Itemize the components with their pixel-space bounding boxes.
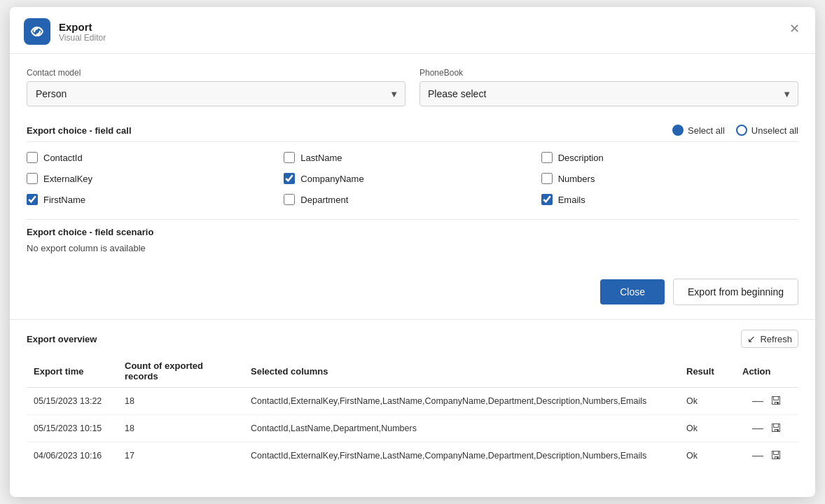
- phonebook-label: PhoneBook: [420, 68, 798, 78]
- select-all-icon: [672, 125, 684, 136]
- contact-model-select[interactable]: Person Organization Other: [27, 81, 405, 106]
- checkbox-contactid[interactable]: ContactId: [27, 152, 284, 163]
- cell-export-time-3: 04/06/2023 10:16: [27, 442, 118, 470]
- refresh-button[interactable]: ↙ Refresh: [741, 330, 798, 348]
- phonebook-select[interactable]: [420, 81, 798, 106]
- modal-title: Export: [59, 21, 106, 33]
- cell-export-time-1: 05/15/2023 13:22: [27, 388, 118, 415]
- contact-model-select-wrapper: Person Organization Other ▼: [27, 81, 405, 106]
- cell-count-3: 17: [118, 442, 244, 470]
- checkbox-lastname-input[interactable]: [284, 152, 295, 163]
- modal-subtitle: Visual Editor: [59, 33, 106, 43]
- checkbox-firstname-input[interactable]: [27, 194, 38, 205]
- checkbox-numbers[interactable]: Numbers: [541, 173, 798, 184]
- checkbox-description-input[interactable]: [541, 152, 553, 163]
- dash-icon-1[interactable]: —: [752, 395, 763, 407]
- no-export-message: No export column is available: [27, 243, 798, 253]
- action-row: Close Export from beginning: [27, 267, 798, 319]
- cell-result-1: Ok: [679, 388, 735, 415]
- checkbox-numbers-label: Numbers: [558, 174, 595, 184]
- col-header-selected-columns: Selected columns: [244, 355, 679, 388]
- checkbox-department-input[interactable]: [284, 194, 295, 205]
- checkbox-lastname[interactable]: LastName: [284, 152, 541, 163]
- field-scenario-section: Export choice - field scenario No export…: [27, 219, 798, 253]
- checkbox-description[interactable]: Description: [541, 152, 798, 163]
- checkbox-companyname-label: CompanyName: [300, 174, 363, 184]
- checkbox-externalkey-label: ExternalKey: [43, 174, 92, 184]
- save-icon-1[interactable]: 🖫: [770, 395, 782, 407]
- phonebook-select-wrapper: ▼ Please select: [420, 81, 798, 106]
- table-body: 05/15/2023 13:22 18 ContactId,ExternalKe…: [27, 388, 798, 470]
- col-header-export-time: Export time: [27, 355, 118, 388]
- contact-model-label: Contact model: [27, 68, 405, 78]
- field-scenario-title: Export choice - field scenario: [27, 227, 798, 237]
- checkbox-description-label: Description: [558, 153, 604, 163]
- table-row: 05/15/2023 13:22 18 ContactId,ExternalKe…: [27, 388, 798, 415]
- checkboxes-grid: ContactId LastName Description ExternalK…: [27, 152, 798, 205]
- select-actions: Select all Unselect all: [672, 125, 798, 136]
- unselect-all-label: Unselect all: [751, 125, 798, 136]
- cell-result-2: Ok: [679, 415, 735, 442]
- col-header-count: Count of exported records: [118, 355, 244, 388]
- col-header-action: Action: [735, 355, 798, 388]
- modal-body: Contact model Person Organization Other …: [10, 54, 815, 319]
- col-header-result: Result: [679, 355, 735, 388]
- checkbox-contactid-input[interactable]: [27, 152, 38, 163]
- cell-action-3: — 🖫: [735, 442, 798, 470]
- checkbox-numbers-input[interactable]: [541, 173, 553, 184]
- cell-columns-1: ContactId,ExternalKey,FirstName,LastName…: [244, 388, 679, 415]
- checkbox-firstname[interactable]: FirstName: [27, 194, 284, 205]
- action-icons-2: — 🖫: [742, 422, 791, 435]
- unselect-all-button[interactable]: Unselect all: [736, 125, 798, 136]
- checkbox-companyname[interactable]: CompanyName: [284, 173, 541, 184]
- cell-result-3: Ok: [679, 442, 735, 470]
- checkbox-externalkey-input[interactable]: [27, 173, 38, 184]
- cell-count-2: 18: [118, 415, 244, 442]
- modal-header: Export Visual Editor ✕: [10, 7, 815, 54]
- dash-icon-3[interactable]: —: [752, 449, 763, 462]
- table-header: Export time Count of exported records Se…: [27, 355, 798, 388]
- cell-export-time-2: 05/15/2023 10:15: [27, 415, 118, 442]
- overview-header: Export overview ↙ Refresh: [27, 320, 798, 355]
- checkbox-firstname-label: FirstName: [43, 195, 85, 205]
- cell-action-2: — 🖫: [735, 415, 798, 442]
- overview-title: Export overview: [27, 334, 97, 344]
- checkbox-department[interactable]: Department: [284, 194, 541, 205]
- close-dialog-button[interactable]: Close: [600, 279, 665, 304]
- checkbox-companyname-input[interactable]: [284, 173, 295, 184]
- export-overview: Export overview ↙ Refresh Export time Co…: [10, 319, 815, 469]
- cell-columns-3: ContactId,ExternalKey,FirstName,LastName…: [244, 442, 679, 470]
- checkbox-department-label: Department: [300, 195, 348, 205]
- table-row: 04/06/2023 10:16 17 ContactId,ExternalKe…: [27, 442, 798, 470]
- action-icons-3: — 🖫: [742, 449, 791, 462]
- cell-count-1: 18: [118, 388, 244, 415]
- checkbox-lastname-label: LastName: [300, 153, 342, 163]
- unselect-all-icon: [736, 125, 747, 136]
- checkbox-emails-label: Emails: [558, 195, 585, 205]
- contact-model-group: Contact model Person Organization Other …: [27, 68, 405, 106]
- modal-title-block: Export Visual Editor: [59, 21, 106, 43]
- dash-icon-2[interactable]: —: [752, 422, 763, 435]
- field-call-title: Export choice - field call: [27, 125, 132, 136]
- checkbox-emails[interactable]: Emails: [541, 194, 798, 205]
- table-row: 05/15/2023 10:15 18 ContactId,LastName,D…: [27, 415, 798, 442]
- export-table: Export time Count of exported records Se…: [27, 355, 798, 469]
- checkbox-externalkey[interactable]: ExternalKey: [27, 173, 284, 184]
- checkbox-emails-input[interactable]: [541, 194, 553, 205]
- save-icon-3[interactable]: 🖫: [770, 449, 782, 462]
- action-icons-1: — 🖫: [742, 395, 791, 407]
- form-row: Contact model Person Organization Other …: [27, 68, 798, 106]
- select-all-label: Select all: [688, 125, 725, 136]
- close-button[interactable]: ✕: [786, 20, 803, 38]
- refresh-icon: ↙: [747, 333, 756, 344]
- table-header-row: Export time Count of exported records Se…: [27, 355, 798, 388]
- cell-columns-2: ContactId,LastName,Department,Numbers: [244, 415, 679, 442]
- export-modal: Export Visual Editor ✕ Contact model Per…: [10, 7, 815, 497]
- refresh-label: Refresh: [760, 334, 792, 344]
- export-from-beginning-button[interactable]: Export from beginning: [673, 279, 798, 305]
- save-icon-2[interactable]: 🖫: [770, 422, 782, 435]
- select-all-button[interactable]: Select all: [672, 125, 725, 136]
- app-logo: [24, 18, 50, 45]
- cell-action-1: — 🖫: [735, 388, 798, 415]
- field-call-section-header: Export choice - field call Select all Un…: [27, 118, 798, 142]
